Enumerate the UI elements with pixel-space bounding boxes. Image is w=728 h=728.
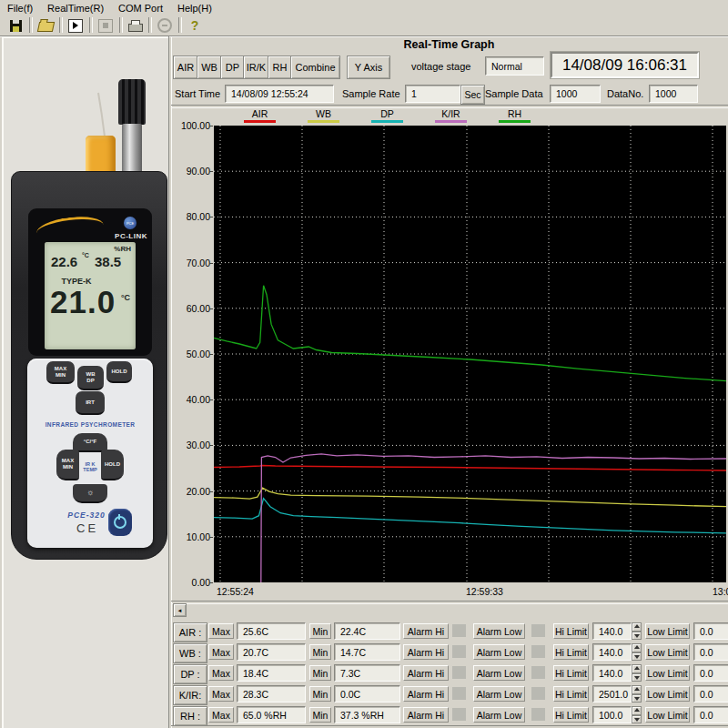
data-no-field[interactable]: 1000: [649, 85, 698, 103]
spinner-down-icon[interactable]: [632, 715, 642, 724]
spinner-down-icon[interactable]: [632, 673, 642, 682]
y-tick-label: 40.00: [170, 394, 210, 405]
y-tick-label: 90.00: [170, 166, 210, 177]
table-scroll-left-button[interactable]: ◄: [173, 603, 187, 617]
y-axis-button[interactable]: Y Axis: [347, 56, 390, 79]
datetime-display: 14/08/09 16:06:31: [551, 52, 699, 78]
max-value-wb: 20.7C: [237, 643, 306, 661]
sample-rate-field[interactable]: 1: [405, 85, 460, 103]
device-key-maxmin2: MAX MIN: [56, 450, 79, 480]
channel-button-air[interactable]: AIR: [173, 56, 198, 79]
alarm-low-indicator-air: [531, 624, 545, 637]
stop-button[interactable]: [95, 16, 116, 35]
toolbar-separator: [89, 17, 93, 33]
chart-plot-area: [214, 126, 726, 582]
spinner-up-icon[interactable]: [632, 664, 642, 673]
sec-button[interactable]: Sec: [460, 85, 485, 105]
spinner-up-icon[interactable]: [632, 643, 642, 652]
y-tick-label: 30.00: [170, 440, 210, 450]
lcd-main-unit: °C: [121, 293, 130, 302]
low-limit-field-air[interactable]: 0.0: [693, 622, 728, 640]
sample-data-field[interactable]: 1000: [550, 85, 601, 103]
legend-item: WB: [292, 108, 356, 123]
toolbar-separator: [29, 17, 33, 33]
start-button[interactable]: [65, 16, 86, 35]
hi-limit-field-dp[interactable]: 140.0: [592, 664, 632, 682]
alarm-low-indicator-rh: [531, 708, 545, 721]
row-channel-button-air[interactable]: AIR :: [173, 622, 207, 642]
hi-limit-spinner-kir[interactable]: [632, 685, 642, 703]
y-tick-label: 60.00: [170, 303, 210, 314]
device-photo: PCE PC-LINK %RH 22.6 °C 38.5 TYPE-K 21.0…: [2, 36, 168, 728]
channel-button-rh[interactable]: RH: [268, 56, 292, 79]
legend-label: WB: [292, 108, 356, 119]
hi-limit-field-wb[interactable]: 140.0: [592, 643, 632, 661]
low-limit-field-kir[interactable]: 0.0: [693, 685, 728, 703]
legend-label: K/IR: [420, 108, 483, 119]
menu-realtime[interactable]: RealTime(R): [40, 2, 111, 15]
hi-limit-spinner-wb[interactable]: [632, 643, 642, 661]
spinner-up-icon[interactable]: [632, 622, 642, 632]
y-tick-mark: [209, 217, 213, 217]
hi-limit-spinner-rh[interactable]: [632, 706, 642, 723]
row-channel-button-wb[interactable]: WB :: [173, 643, 207, 663]
lcd-rh-unit: %RH: [114, 245, 131, 253]
device-key-irt: IRT: [76, 391, 105, 415]
ce-mark: CE: [76, 521, 98, 535]
help-button[interactable]: ?: [184, 16, 206, 35]
toolbar-separator: [119, 17, 123, 33]
spinner-down-icon[interactable]: [632, 632, 642, 641]
hi-limit-spinner-air[interactable]: [632, 622, 642, 640]
y-tick-mark: [209, 126, 213, 126]
min-label: Min: [309, 686, 331, 702]
print-button[interactable]: [125, 16, 147, 35]
start-time-field[interactable]: 14/08/09 12:55:24: [225, 85, 334, 103]
y-tick-label: 20.00: [170, 486, 210, 497]
alarm-hi-label: Alarm Hi: [403, 665, 449, 681]
spinner-down-icon[interactable]: [632, 694, 642, 703]
low-limit-field-dp[interactable]: 0.0: [693, 664, 728, 682]
row-channel-button-kir[interactable]: K/IR:: [173, 685, 207, 705]
max-value-kir: 28.3C: [237, 685, 306, 703]
hi-limit-spinner-dp[interactable]: [632, 664, 642, 682]
low-limit-field-wb[interactable]: 0.0: [693, 643, 728, 661]
sample-rate-label: Sample Rate: [342, 88, 400, 99]
power-icon: [114, 516, 126, 529]
channel-button-irk[interactable]: IR/K: [243, 56, 269, 79]
low-limit-field-rh[interactable]: 0.0: [693, 706, 728, 723]
alarm-hi-label: Alarm Hi: [403, 686, 449, 702]
menu-file[interactable]: File(f): [0, 2, 40, 15]
save-button[interactable]: [5, 16, 26, 35]
min-value-wb: 14.7C: [334, 643, 400, 661]
legend-color-bar: [244, 120, 276, 123]
alarm-hi-label: Alarm Hi: [403, 644, 449, 660]
channel-button-dp[interactable]: DP: [220, 56, 245, 79]
humidity-probe-cap: [118, 79, 146, 125]
open-button[interactable]: [35, 16, 56, 35]
hi-limit-label: Hi Limit: [553, 644, 589, 660]
row-channel-button-rh[interactable]: RH :: [173, 706, 207, 726]
menu-com-port[interactable]: COM Port: [111, 2, 170, 15]
menu-help[interactable]: Help(H): [170, 2, 219, 15]
voltage-stage-label: voltage stage: [411, 61, 470, 72]
hi-limit-label: Hi Limit: [553, 707, 589, 723]
disconnect-button[interactable]: [154, 16, 176, 35]
hi-limit-field-rh[interactable]: 100.0: [592, 706, 632, 723]
pc-link-label: PC-LINK: [87, 232, 147, 240]
channel-button-wb[interactable]: WB: [197, 56, 222, 79]
voltage-stage-field[interactable]: Normal: [485, 56, 544, 76]
combine-button[interactable]: Combine: [290, 56, 340, 79]
hi-limit-field-kir[interactable]: 2501.0: [592, 685, 632, 703]
x-tick-label: 12:55:24: [217, 586, 254, 597]
lcd-main-value: 21.0: [50, 284, 116, 320]
row-channel-button-dp[interactable]: DP :: [173, 664, 207, 684]
series-line-dp: [214, 499, 726, 533]
spinner-up-icon[interactable]: [632, 706, 642, 715]
device-key-hold2: HOLD: [101, 450, 124, 480]
spinner-up-icon[interactable]: [632, 685, 642, 694]
legend-color-bar: [371, 120, 403, 123]
max-value-air: 25.6C: [237, 622, 306, 640]
spinner-down-icon[interactable]: [632, 652, 642, 662]
low-limit-label: Low Limit: [645, 623, 690, 639]
hi-limit-field-air[interactable]: 140.0: [592, 622, 632, 640]
